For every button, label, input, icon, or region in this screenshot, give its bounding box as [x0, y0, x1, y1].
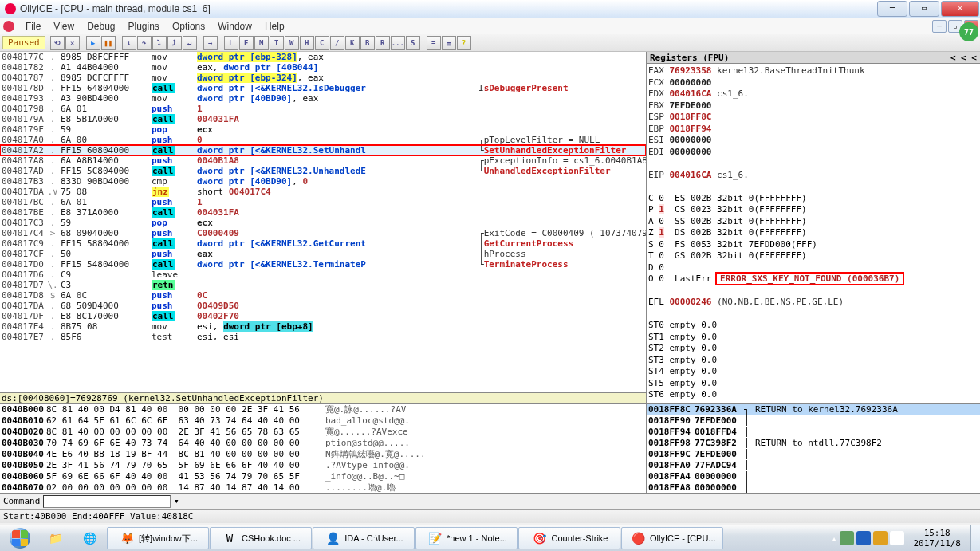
- view-button-/[interactable]: /: [330, 36, 344, 50]
- disasm-row[interactable]: 00401787.8985 DCFCFFFFmovdword ptr [ebp-…: [0, 73, 646, 83]
- disasm-row[interactable]: 004017C9.FF15 58804000calldword ptr [<&K…: [0, 238, 646, 249]
- trace-into-button[interactable]: ⤵: [152, 36, 167, 50]
- stop-button[interactable]: ✕: [65, 36, 80, 50]
- dump-row[interactable]: 0040B01062 61 64 5F 61 6C 6C 6F 63 40 73…: [2, 415, 646, 427]
- view-button-w[interactable]: W: [285, 36, 299, 50]
- taskbar[interactable]: 📁🌐🦊[转]window下...WCSHook.doc ...👤IDA - C:…: [0, 525, 980, 551]
- disasm-row[interactable]: 004017BA.∨75 08jnzshort 004017C4: [0, 187, 646, 197]
- help-button[interactable]: ?: [457, 36, 471, 50]
- view-button-r[interactable]: R: [376, 36, 390, 50]
- taskbar-item[interactable]: 🔴OllyICE - [CPU...: [621, 527, 723, 549]
- tray-icon[interactable]: [873, 531, 888, 545]
- disasm-row[interactable]: 004017BC.6A 01push1: [0, 197, 646, 207]
- view-button-b[interactable]: B: [360, 36, 375, 50]
- disasm-row[interactable]: 004017E7.85F6testesi, esi: [0, 332, 646, 342]
- options-button-2[interactable]: ≣: [442, 36, 456, 50]
- restart-button[interactable]: ⟲: [50, 36, 65, 50]
- safety-badge[interactable]: 77: [959, 22, 978, 41]
- disasm-row[interactable]: 004017AD.FF15 5C804000calldword ptr [<&K…: [0, 166, 646, 176]
- registers-header[interactable]: Registers (FPU) < < <: [647, 52, 980, 64]
- start-button[interactable]: [2, 526, 38, 550]
- disasm-row[interactable]: 004017B3.833D 90BD4000cmpdword ptr [40BD…: [0, 176, 646, 187]
- hex-dump-pane[interactable]: 0040B0008C 81 40 00 D4 81 40 00 00 00 00…: [0, 404, 646, 493]
- disasm-row[interactable]: 004017D7\.C3retn: [0, 280, 646, 290]
- dump-row[interactable]: 0040B07002 00 00 00 00 00 00 00 14 87 40…: [2, 482, 646, 493]
- command-dropdown-icon[interactable]: ▾: [171, 496, 182, 506]
- dump-row[interactable]: 0040B03070 74 69 6F 6E 40 73 74 64 40 40…: [2, 438, 646, 449]
- disasm-row[interactable]: 004017BE.E8 371A0000call004031FA: [0, 207, 646, 218]
- disasm-row[interactable]: 004017CF.50pusheax│hProcess: [0, 249, 646, 259]
- disasm-row[interactable]: 0040179A.E8 5B1A0000call004031FA: [0, 114, 646, 124]
- view-button-c[interactable]: C: [315, 36, 329, 50]
- disasm-row[interactable]: 004017DF.E8 8C170000call00402F70: [0, 311, 646, 321]
- minimize-button[interactable]: ─: [877, 1, 907, 17]
- disasm-row[interactable]: 004017A8.6A A8B14000push0040B1A8┌pExcept…: [0, 155, 646, 166]
- menu-file[interactable]: File: [19, 19, 47, 33]
- goto-button[interactable]: →: [203, 36, 218, 50]
- maximize-button[interactable]: ▭: [909, 1, 939, 17]
- disasm-row[interactable]: 0040178D.FF15 64804000calldword ptr [<&K…: [0, 83, 646, 93]
- options-button-1[interactable]: ≡: [427, 36, 441, 50]
- disasm-row[interactable]: 004017DA.68 509D4000push00409D50: [0, 301, 646, 311]
- disasm-row[interactable]: 004017A0.6A 00push0┌pTopLevelFilter = NU…: [0, 135, 646, 145]
- tray-icon[interactable]: [840, 531, 854, 545]
- dump-row[interactable]: 0040B0208C 81 40 00 00 00 00 00 2E 3F 41…: [2, 427, 646, 438]
- step-into-button[interactable]: ↓: [122, 36, 136, 50]
- menu-help[interactable]: Help: [258, 19, 291, 33]
- dump-row[interactable]: 0040B0605F 69 6E 66 6F 40 40 00 41 53 56…: [2, 471, 646, 482]
- disasm-row[interactable]: 004017D0.FF15 54804000calldword ptr [<&K…: [0, 259, 646, 270]
- step-over-button[interactable]: ↷: [137, 36, 152, 50]
- menu-debug[interactable]: Debug: [81, 19, 121, 33]
- clock[interactable]: 15:18 2017/11/8: [907, 528, 967, 549]
- view-button-h[interactable]: H: [300, 36, 314, 50]
- menu-window[interactable]: Window: [211, 19, 258, 33]
- disasm-row[interactable]: 00401798.6A 01push1: [0, 104, 646, 114]
- tray-expand-icon[interactable]: ▴: [832, 533, 837, 544]
- tray-icon[interactable]: [856, 531, 871, 545]
- run-button[interactable]: ▶: [86, 36, 100, 50]
- taskbar-item[interactable]: 🌐: [73, 527, 106, 549]
- dump-row[interactable]: 0040B0008C 81 40 00 D4 81 40 00 00 00 00…: [2, 404, 646, 415]
- view-button-s[interactable]: S: [406, 36, 420, 50]
- trace-over-button[interactable]: ⤴: [167, 36, 182, 50]
- menu-options[interactable]: Options: [166, 19, 211, 33]
- disasm-row[interactable]: 0040179F.59popecx: [0, 124, 646, 135]
- menu-plugins[interactable]: Plugins: [122, 19, 166, 33]
- close-button[interactable]: ✕: [941, 1, 979, 17]
- disasm-row[interactable]: 004017E4.8B75 08movesi, dword ptr [ebp+8…: [0, 321, 646, 332]
- disasm-row[interactable]: 004017C4>68 09040000pushC0000409┌ExitCod…: [0, 228, 646, 238]
- view-button-l[interactable]: L: [224, 36, 238, 50]
- disasm-row[interactable]: 0040177C.8985 D8FCFFFFmovdword ptr [ebp-…: [0, 52, 646, 62]
- pause-button[interactable]: ❚❚: [101, 36, 116, 50]
- dump-row[interactable]: 0040B0502E 3F 41 56 74 79 70 65 5F 69 6E…: [2, 460, 646, 471]
- disassembly-pane[interactable]: 0040177C.8985 D8FCFFFFmovdword ptr [ebp-…: [0, 52, 646, 392]
- stack-pane[interactable]: 0018FF8C7692336A┐RETURN to kernel32.7692…: [646, 404, 980, 493]
- tray-volume-icon[interactable]: [890, 531, 904, 545]
- disasm-row[interactable]: 004017D8$6A 0Cpush0C: [0, 290, 646, 301]
- stack-row[interactable]: 0018FFA400000000│: [647, 471, 980, 482]
- stack-row[interactable]: 0018FF940018FFD4│: [647, 427, 980, 438]
- titlebar[interactable]: OllyICE - [CPU - main thread, module cs1…: [0, 0, 980, 18]
- view-button-k[interactable]: K: [345, 36, 360, 50]
- menu-view[interactable]: View: [47, 19, 81, 33]
- taskbar-item[interactable]: 📁: [38, 527, 72, 549]
- taskbar-item[interactable]: 🦊[转]window下...: [107, 527, 209, 549]
- stack-row[interactable]: 0018FF907EFDE000│: [647, 415, 980, 427]
- disasm-row[interactable]: 00401782.A1 44B04000moveax, dword ptr [4…: [0, 62, 646, 73]
- view-button-...[interactable]: ...: [391, 36, 405, 50]
- stack-row[interactable]: 0018FFA800000000│: [647, 482, 980, 493]
- show-desktop-button[interactable]: [970, 525, 980, 551]
- mdi-minimize-button[interactable]: ─: [932, 20, 947, 33]
- disasm-row[interactable]: 004017C3.59popecx: [0, 218, 646, 228]
- taskbar-item[interactable]: WCSHook.doc ...: [210, 527, 312, 549]
- taskbar-item[interactable]: 🎯Counter-Strike: [518, 527, 620, 549]
- disasm-row[interactable]: 004017D6.C9leave: [0, 270, 646, 280]
- stack-row[interactable]: 0018FF8C7692336A┐RETURN to kernel32.7692…: [647, 404, 980, 415]
- disasm-row[interactable]: 00401793.A3 90BD4000movdword ptr [40BD90…: [0, 93, 646, 104]
- run-until-return-button[interactable]: ↵: [183, 36, 197, 50]
- dump-row[interactable]: 0040B0404E E6 40 BB 18 19 BF 44 8C 81 40…: [2, 449, 646, 460]
- view-button-t[interactable]: T: [270, 36, 284, 50]
- disasm-row[interactable]: 004017A2.FF15 60804000calldword ptr [<&K…: [0, 145, 646, 155]
- view-button-m[interactable]: M: [254, 36, 269, 50]
- taskbar-item[interactable]: 👤IDA - C:\User...: [313, 527, 415, 549]
